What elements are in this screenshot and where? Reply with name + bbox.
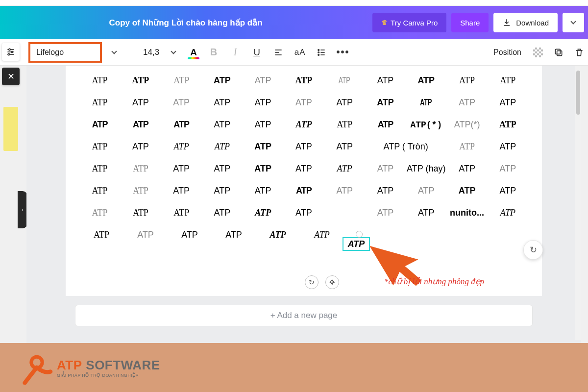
font-sample[interactable]: ATP [132,75,149,86]
font-sample[interactable]: ATP [377,208,394,218]
expand-panel-tab[interactable]: ‹ [18,191,27,228]
settings-button[interactable] [2,43,20,61]
font-sample[interactable]: ATP [295,75,313,86]
font-sample[interactable]: ATP [336,142,353,152]
font-sample[interactable]: ATP [214,98,231,108]
font-sample[interactable]: ATP [459,186,476,196]
close-panel-button[interactable]: ✕ [2,68,20,85]
share-button[interactable]: Share [451,13,489,32]
font-sample[interactable]: ATP [255,98,271,108]
font-sample[interactable]: ATP(*) [454,120,480,130]
design-canvas[interactable]: ATP ATP ATP ATP ATP ATP ATP ATP ATP ATP … [66,66,542,296]
font-sample[interactable]: ATP [500,142,516,152]
font-dropdown-button[interactable] [105,43,123,62]
font-sample[interactable]: ATP [339,75,350,86]
font-sample[interactable]: ATP [92,75,108,86]
font-sample[interactable]: ATP [173,98,190,108]
sync-handle[interactable]: ↻ [305,275,318,289]
font-sample[interactable]: ATP [314,230,329,240]
font-sample[interactable]: ATP [417,75,435,86]
font-size-value[interactable]: 14,3 [141,48,161,57]
font-sample[interactable]: ATP [420,98,432,108]
underline-button[interactable]: U [247,43,266,62]
font-sample[interactable]: ATP [92,98,108,108]
rotate-handle[interactable] [356,231,363,238]
font-sample[interactable]: ATP [418,186,435,196]
document-title[interactable]: Copy of Những Lời chào hàng hấp dẫn [4,18,368,28]
font-sample[interactable]: ATP [214,120,231,130]
font-sample[interactable]: ATP [254,142,271,152]
font-sample[interactable]: ATP [459,164,475,174]
scrollbar-thumb[interactable] [576,71,580,115]
more-options-button[interactable]: ••• [334,43,352,62]
font-sample[interactable]: ATP [459,142,475,152]
font-sample[interactable]: ATP [173,142,189,152]
font-sample[interactable]: ATP [270,230,286,240]
font-sample[interactable]: ATP [255,75,271,86]
font-sample[interactable]: ATP [377,186,394,196]
font-sample[interactable]: ATP [254,164,271,174]
font-sample[interactable]: ATP [255,208,271,218]
uppercase-button[interactable]: aA [291,43,309,62]
italic-button[interactable]: I [226,43,245,62]
font-sample[interactable]: ATP [133,186,148,196]
font-sample[interactable]: ATP [173,75,189,86]
font-sample[interactable]: ATP [92,186,108,196]
font-family-input[interactable]: Lifelogo [28,42,102,63]
font-sample[interactable]: ATP [225,230,242,240]
font-sample[interactable]: ATP [295,164,312,174]
download-more-button[interactable] [563,13,584,32]
font-sample[interactable]: ATP [92,164,108,174]
font-sample[interactable]: ATP (hay) [407,164,445,174]
font-sample[interactable]: ATP [92,142,108,152]
font-sample[interactable]: ATP [499,120,516,130]
font-sample[interactable]: ATP [337,164,352,174]
font-sample[interactable]: ATP [92,120,108,130]
font-sample[interactable]: ATP [255,120,271,130]
font-sample[interactable]: ATP [173,186,190,196]
font-sample[interactable]: ATP ( Tròn) [383,142,428,152]
font-sample[interactable]: ATP [173,208,189,218]
font-sample[interactable]: ATP [459,75,475,86]
font-sample[interactable]: ATP [132,98,149,108]
font-sample[interactable]: ATP [337,120,352,130]
delete-button[interactable] [570,44,588,61]
font-sample[interactable]: ATP [173,164,190,174]
bold-button[interactable]: B [204,43,223,62]
font-sample[interactable]: ATP [133,208,148,218]
font-sample[interactable]: ATP [133,120,148,130]
font-sample[interactable]: ATP [336,186,353,196]
font-sample[interactable]: ATP [295,142,312,152]
font-size-dropdown[interactable] [164,43,183,62]
add-page-button[interactable]: + Add a new page [75,305,532,326]
transparency-button[interactable] [529,44,547,61]
font-sample[interactable]: ATP [92,208,108,218]
font-sample[interactable]: ATP [459,98,475,108]
font-sample[interactable]: ATP [132,142,149,152]
font-sample[interactable]: ATP [181,230,198,240]
download-button[interactable]: Download [493,13,558,32]
alignment-button[interactable] [269,43,288,62]
font-sample[interactable]: ATP [296,186,312,196]
font-sample[interactable]: nunito... [450,208,484,218]
font-sample[interactable]: ATP [133,164,148,174]
font-sample[interactable]: ATP [295,120,312,130]
list-button[interactable] [312,43,331,62]
font-sample[interactable]: ATP [500,75,515,86]
font-sample[interactable]: ATP [214,75,231,86]
vertical-scrollbar[interactable] [575,66,581,340]
regenerate-button[interactable]: ↻ [523,240,543,260]
font-sample[interactable]: ATP [500,164,516,174]
font-sample[interactable]: ATP [500,186,516,196]
font-sample[interactable]: ATP [377,98,394,108]
duplicate-button[interactable] [550,44,567,61]
font-sample[interactable]: ATP [418,208,435,218]
font-sample[interactable]: ATP [214,186,231,196]
font-sample[interactable]: ATP [377,164,394,174]
font-sample[interactable]: ATP [94,230,109,240]
try-canva-pro-button[interactable]: ♛Try Canva Pro [372,13,446,32]
font-sample[interactable]: ATP [336,98,353,108]
font-sample[interactable]: ATP [215,142,230,152]
font-sample[interactable]: ATP [137,230,154,240]
font-sample[interactable]: ATP [214,208,231,218]
